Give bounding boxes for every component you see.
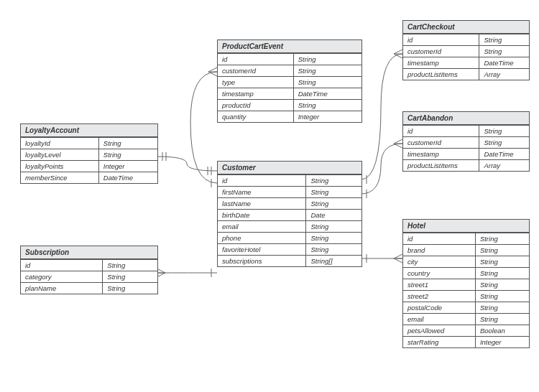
entity-fields: idString firstNameString lastNameString … <box>218 174 361 266</box>
entity-subscription: Subscription idString categoryString pla… <box>20 246 158 294</box>
entity-cart-abandon: CartAbandon idString customerIdString ti… <box>402 111 530 172</box>
entity-fields: idString customerIdString typeString tim… <box>218 53 361 122</box>
entity-fields: idString customerIdString timestampDateT… <box>403 125 529 171</box>
er-diagram-canvas: LoyaltyAccount loyaltyIdString loyaltyLe… <box>0 0 539 392</box>
entity-title: ProductCartEvent <box>218 40 361 53</box>
entity-fields: loyaltyIdString loyaltyLevelString loyal… <box>21 137 157 183</box>
entity-customer: Customer idString firstNameString lastNa… <box>217 161 362 267</box>
entity-fields: idString brandString cityString countryS… <box>403 233 529 347</box>
entity-title: CartCheckout <box>403 21 529 34</box>
entity-cart-checkout: CartCheckout idString customerIdString t… <box>402 20 530 80</box>
svg-line-19 <box>394 144 402 148</box>
entity-title: Hotel <box>403 220 529 233</box>
entity-title: LoyaltyAccount <box>21 124 157 137</box>
svg-line-7 <box>208 72 217 76</box>
entity-product-cart-event: ProductCartEvent idString customerIdStri… <box>217 39 362 123</box>
entity-hotel: Hotel idString brandString cityString co… <box>402 219 530 348</box>
entity-loyalty-account: LoyaltyAccount loyaltyIdString loyaltyLe… <box>20 123 158 184</box>
svg-line-15 <box>394 54 402 58</box>
svg-line-13 <box>394 50 402 54</box>
svg-line-21 <box>394 254 402 258</box>
svg-line-23 <box>394 258 402 263</box>
entity-title: Customer <box>218 162 361 174</box>
svg-line-5 <box>208 67 217 72</box>
entity-fields: idString categoryString planNameString <box>21 259 157 294</box>
svg-line-17 <box>394 139 402 144</box>
entity-fields: idString customerIdString timestampDateT… <box>403 34 529 80</box>
entity-title: Subscription <box>21 246 157 259</box>
entity-title: CartAbandon <box>403 112 529 125</box>
